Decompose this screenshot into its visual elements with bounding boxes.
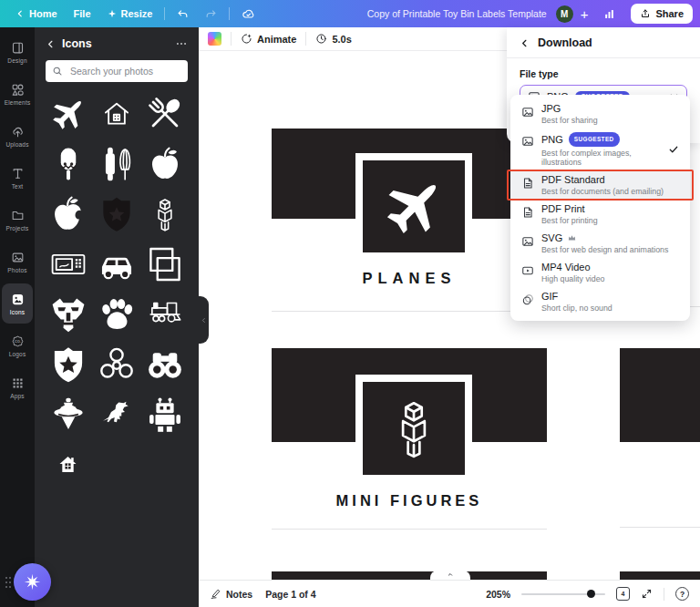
sidebar-item-design[interactable]: Design: [2, 32, 33, 72]
duration-button[interactable]: 5.0s: [315, 33, 351, 45]
sidebar-item-label: Uploads: [5, 141, 28, 148]
animate-button[interactable]: Animate: [241, 33, 296, 45]
police-badge-icon[interactable]: [95, 193, 139, 234]
spinning-top-icon[interactable]: [46, 394, 90, 435]
home-button[interactable]: Home: [7, 0, 66, 27]
panel-more-icon[interactable]: [175, 37, 188, 50]
robot-icon[interactable]: [143, 394, 187, 435]
option-title: PNGSUGGESTED: [541, 132, 661, 147]
file-type-label: File type: [520, 68, 687, 79]
option-desc: High quality video: [541, 274, 604, 283]
resize-label: Resize: [121, 8, 153, 19]
panel-collapse-tab[interactable]: [199, 296, 209, 344]
insights-button[interactable]: [595, 0, 623, 27]
label-square-planes[interactable]: [355, 153, 472, 260]
zoom-slider-thumb[interactable]: [587, 590, 595, 598]
file-type-option-pdf-standard[interactable]: PDF Standard Best for documents (and ema…: [510, 170, 690, 200]
autobot-icon[interactable]: [46, 293, 90, 334]
sidebar-item-projects[interactable]: Projects: [2, 200, 33, 240]
paw-print-icon[interactable]: [95, 293, 139, 334]
help-button[interactable]: ?: [675, 587, 689, 601]
grid-view-button[interactable]: 4: [616, 587, 630, 601]
background-color-swatch[interactable]: [208, 32, 221, 46]
option-title: JPG: [541, 103, 598, 114]
file-type-option-svg[interactable]: SVG Best for web design and animations: [510, 229, 690, 258]
assistant-drag-handle[interactable]: [5, 577, 13, 591]
search-box[interactable]: [46, 60, 188, 82]
notes-button[interactable]: Notes: [210, 588, 252, 600]
gif-icon: [521, 293, 534, 306]
cloud-save-status[interactable]: [233, 0, 263, 27]
option-desc: Best for sharing: [541, 116, 598, 125]
file-type-option-gif[interactable]: GIF Short clip, no sound: [510, 287, 690, 316]
whisk-rolling-pin-icon[interactable]: [95, 143, 139, 184]
sidebar-item-text[interactable]: Text: [2, 158, 33, 198]
label-title-planes[interactable]: PLANES: [272, 270, 547, 287]
microwave-icon[interactable]: [46, 243, 90, 284]
house-small-icon[interactable]: [46, 444, 90, 485]
sidebar-item-elements[interactable]: Elements: [2, 74, 33, 114]
sidebar-item-apps[interactable]: Apps: [2, 367, 33, 407]
zoom-level[interactable]: 205%: [486, 589, 510, 600]
label-banner-partial[interactable]: [620, 571, 700, 580]
sidebar-item-label: Icons: [10, 309, 26, 315]
option-title: PDF Print: [541, 203, 598, 214]
file-type-option-png[interactable]: PNGSUGGESTED Best for complex images, il…: [510, 129, 690, 170]
image-icon: [521, 235, 534, 248]
file-type-option-pdf-print[interactable]: PDF Print Best for printing: [510, 200, 690, 229]
label-banner-partial[interactable]: [272, 571, 547, 580]
sidebar-item-label: Photos: [7, 267, 26, 273]
undo-button[interactable]: [169, 0, 197, 27]
clock-icon: [315, 33, 327, 45]
share-upload-icon: [640, 8, 651, 19]
animate-label: Animate: [257, 34, 296, 45]
page-indicator[interactable]: Page 1 of 4: [265, 589, 315, 600]
file-menu-button[interactable]: File: [66, 0, 99, 27]
statusbar-collapse-handle[interactable]: [430, 571, 470, 580]
picture-frames-icon[interactable]: [143, 243, 187, 284]
panel-back-icon[interactable]: [46, 39, 56, 49]
avatar[interactable]: M: [556, 5, 573, 23]
document-title[interactable]: Copy of Printable Toy Bin Labels Templat…: [367, 8, 556, 19]
option-desc: Best for printing: [541, 216, 598, 225]
file-type-option-jpg[interactable]: JPG Best for sharing: [510, 99, 690, 129]
file-type-menu: JPG Best for sharing PNGSUGGESTED Best f…: [510, 95, 690, 321]
sidebar-item-logos[interactable]: CO. Logos: [2, 325, 33, 365]
sheriff-badge-icon[interactable]: [46, 344, 90, 385]
search-input[interactable]: [68, 65, 181, 77]
apple-bitten-icon[interactable]: [46, 193, 90, 234]
apple-icon[interactable]: [143, 143, 187, 184]
fidget-spinner-icon[interactable]: [95, 344, 139, 385]
image-icon: [521, 106, 534, 118]
file-type-option-mp4-video[interactable]: MP4 Video High quality video: [510, 258, 690, 287]
train-icon[interactable]: [143, 293, 187, 334]
bar-chart-icon: [603, 8, 615, 20]
label-title-minifigures[interactable]: MINI FIGURES: [272, 492, 547, 509]
binoculars-icon[interactable]: [143, 344, 187, 385]
sidebar-item-photos[interactable]: Photos: [2, 242, 33, 282]
label-banner-partial[interactable]: [620, 348, 700, 442]
zoom-slider[interactable]: [521, 590, 605, 599]
fork-spoon-icon[interactable]: [143, 93, 187, 134]
popsicle-icon[interactable]: [46, 143, 90, 184]
check-icon: [668, 144, 679, 155]
car-icon[interactable]: [95, 243, 139, 284]
airplane-icon[interactable]: [46, 93, 90, 134]
fullscreen-icon[interactable]: [641, 588, 653, 600]
dinosaur-icon[interactable]: [95, 394, 139, 435]
house-icon[interactable]: [95, 93, 139, 134]
redo-button[interactable]: [197, 0, 225, 27]
sidebar-item-icons[interactable]: Icons: [2, 283, 33, 324]
chevron-left-icon: [15, 9, 25, 18]
label-square-minifigures[interactable]: [355, 375, 472, 482]
document-icon: [521, 206, 534, 219]
add-member-button[interactable]: +: [573, 6, 596, 22]
caret-up-icon: [447, 571, 454, 578]
download-back-icon[interactable]: [520, 38, 530, 48]
icons-panel: Icons: [35, 27, 199, 607]
sidebar-item-uploads[interactable]: Uploads: [2, 116, 33, 156]
share-button[interactable]: Share: [631, 4, 693, 24]
minifigure-icon[interactable]: [143, 193, 187, 234]
resize-button[interactable]: Resize: [99, 0, 161, 27]
canva-assistant-button[interactable]: [14, 563, 51, 601]
